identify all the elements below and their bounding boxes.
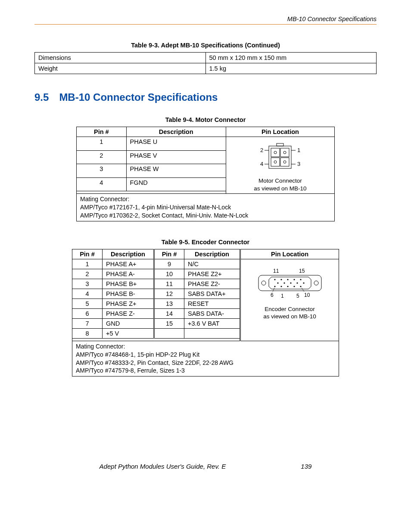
table-9-4: Pin # Description Pin Location 1 PHASE U xyxy=(76,127,335,221)
pin-cell: 2 xyxy=(72,269,103,279)
running-header: MB-10 Connector Specifications xyxy=(34,16,377,24)
footer-title: Adept Python Modules User's Guide, Rev. … xyxy=(100,463,226,470)
desc-cell: PHASE Z- xyxy=(103,308,154,318)
pin-cell: 2 xyxy=(77,150,127,164)
table-9-3: Dimensions 50 mm x 120 mm x 150 mm Weigh… xyxy=(34,52,377,74)
svg-text:1: 1 xyxy=(297,147,300,153)
col-pin: Pin # xyxy=(154,249,184,259)
svg-point-7 xyxy=(283,151,286,154)
desc-cell: PHASE B- xyxy=(103,289,154,299)
col-desc: Description xyxy=(103,249,154,259)
desc-cell: GND xyxy=(103,318,154,328)
diagram-caption-2: as viewed on MB-10 xyxy=(263,313,316,320)
table-row: Dimensions 50 mm x 120 mm x 150 mm xyxy=(35,53,377,63)
desc-cell: PHASE Z+ xyxy=(103,299,154,308)
pin-cell: 15 xyxy=(154,318,184,328)
desc-cell: PHASE Z2+ xyxy=(184,269,240,279)
svg-text:11: 11 xyxy=(273,268,279,274)
desc-cell xyxy=(184,328,240,338)
section-number: 9.5 xyxy=(34,91,49,103)
pin-cell: 9 xyxy=(154,259,184,269)
pin-cell: 8 xyxy=(72,328,103,338)
svg-text:5: 5 xyxy=(296,293,299,299)
svg-point-28 xyxy=(296,282,298,283)
svg-line-42 xyxy=(302,288,304,292)
col-pin: Pin # xyxy=(77,127,127,137)
svg-text:1: 1 xyxy=(281,293,284,299)
diagram-caption-1: Motor Connector xyxy=(258,177,302,184)
pin-cell: 13 xyxy=(154,299,184,308)
svg-line-41 xyxy=(273,288,274,292)
svg-rect-2 xyxy=(271,148,280,157)
pin-cell: 1 xyxy=(77,137,127,151)
svg-text:15: 15 xyxy=(299,268,305,274)
diagram-caption-1: Encoder Connector xyxy=(265,306,314,312)
desc-cell: +5 V xyxy=(103,328,154,338)
svg-text:2: 2 xyxy=(260,147,263,153)
table-9-5-caption: Table 9-5. Encoder Connector xyxy=(34,239,377,246)
col-loc: Pin Location xyxy=(240,249,339,259)
diagram-caption-2: as viewed on MB-10 xyxy=(254,185,306,192)
encoder-connector-diagram: 11 15 6 1 5 10 xyxy=(249,263,331,302)
mating-connector-cell: Mating Connector: AMP/Tyco #172167-1, 4-… xyxy=(77,194,335,221)
svg-text:10: 10 xyxy=(304,292,310,298)
col-pin: Pin # xyxy=(72,249,103,259)
svg-point-20 xyxy=(274,279,275,280)
desc-cell: FGND xyxy=(126,177,226,191)
desc-cell: PHASE A+ xyxy=(103,259,154,269)
svg-point-27 xyxy=(290,282,291,283)
pin-location-diagram-cell: 11 15 6 1 5 10 Encoder Connector as view… xyxy=(240,259,339,341)
svg-point-25 xyxy=(277,282,278,283)
pin-cell: 10 xyxy=(154,269,184,279)
svg-point-8 xyxy=(274,161,277,163)
svg-point-23 xyxy=(293,279,295,280)
desc-cell: PHASE V xyxy=(126,150,226,164)
desc-cell: SABS DATA- xyxy=(184,308,240,318)
table-9-3-caption: Table 9-3. Adept MB-10 Specifications (C… xyxy=(34,42,377,49)
svg-rect-0 xyxy=(269,146,291,168)
pin-cell: 14 xyxy=(154,308,184,318)
pin-cell: 7 xyxy=(72,318,103,328)
svg-text:3: 3 xyxy=(297,161,300,167)
cell-val: 50 mm x 120 mm x 150 mm xyxy=(206,53,377,63)
pin-cell: 11 xyxy=(154,279,184,289)
pin-cell: 1 xyxy=(72,259,103,269)
svg-point-24 xyxy=(300,279,301,280)
col-desc: Description xyxy=(126,127,226,137)
pin-cell: 3 xyxy=(77,164,127,178)
pin-cell: 3 xyxy=(72,279,103,289)
svg-point-32 xyxy=(287,286,288,287)
cell-key: Weight xyxy=(35,63,206,74)
svg-text:4: 4 xyxy=(260,161,263,167)
desc-cell: RESET xyxy=(184,299,240,308)
pin-cell: 4 xyxy=(77,177,127,191)
desc-cell: PHASE W xyxy=(126,164,226,178)
table-9-4-caption: Table 9-4. Motor Connector xyxy=(34,116,377,123)
svg-point-22 xyxy=(287,279,288,280)
page-footer: Adept Python Modules User's Guide, Rev. … xyxy=(34,463,377,470)
col-desc: Description xyxy=(184,249,240,259)
svg-rect-3 xyxy=(280,148,289,157)
svg-point-34 xyxy=(300,286,301,287)
col-loc: Pin Location xyxy=(226,127,334,137)
pin-cell: 12 xyxy=(154,289,184,299)
svg-rect-4 xyxy=(271,158,280,166)
section-heading: 9.5MB-10 Connector Specifications xyxy=(34,91,377,103)
pin-cell: 5 xyxy=(72,299,103,308)
svg-point-6 xyxy=(274,151,277,154)
svg-point-9 xyxy=(283,161,286,163)
svg-rect-1 xyxy=(277,143,283,146)
svg-point-19 xyxy=(314,281,318,285)
pin-cell: 6 xyxy=(72,308,103,318)
desc-cell: PHASE Z2- xyxy=(184,279,240,289)
svg-point-29 xyxy=(303,282,304,283)
desc-cell: +3.6 V BAT xyxy=(184,318,240,328)
cell-val: 1.5 kg xyxy=(206,63,377,74)
section-title: MB-10 Connector Specifications xyxy=(59,91,218,103)
motor-connector-diagram: 1 2 3 4 xyxy=(254,141,306,174)
mating-connector-cell: Mating Connector: AMP/Tyco #748468-1, 15… xyxy=(72,341,339,376)
svg-rect-5 xyxy=(280,158,289,166)
svg-point-30 xyxy=(274,286,275,287)
svg-point-21 xyxy=(280,279,282,280)
desc-cell: PHASE A- xyxy=(103,269,154,279)
